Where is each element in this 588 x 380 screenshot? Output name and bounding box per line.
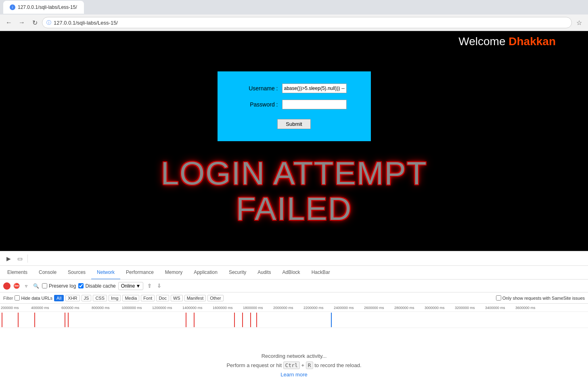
tl-label-16: 3400000 ms — [484, 306, 515, 310]
login-failed-message: LOGIN ATTEMPT FAILED — [161, 156, 427, 227]
devtools-panel: ▶ ▭ Elements Console Sources Network Per… — [0, 251, 588, 380]
disable-cache-label[interactable]: Disable cache — [78, 283, 115, 289]
network-main-area: Recording network activity... Perform a … — [0, 328, 588, 380]
tl-bar-9 — [242, 313, 243, 327]
welcome-username: Dhakkan — [508, 35, 556, 48]
preserve-log-checkbox[interactable] — [42, 283, 47, 288]
username-row: Username : — [234, 84, 355, 93]
throttle-chevron-icon: ▼ — [136, 283, 140, 289]
learn-more-link[interactable]: Learn more — [280, 372, 307, 378]
tl-label-2: 600000 ms — [61, 306, 91, 310]
devtools-icon-toolbar: ▶ ▭ — [0, 251, 588, 266]
login-failed-line2: FAILED — [161, 191, 427, 227]
tl-bar-5 — [68, 313, 69, 327]
welcome-label: Welcome — [458, 35, 505, 48]
back-button[interactable]: ← — [3, 17, 15, 28]
tab-security[interactable]: Security — [223, 266, 252, 280]
timeline-bars — [0, 312, 588, 328]
tl-bar-6 — [186, 313, 186, 327]
tl-label-6: 1400000 ms — [182, 306, 212, 310]
filter-doc-button[interactable]: Doc — [156, 295, 169, 301]
tab-sources[interactable]: Sources — [62, 266, 91, 280]
tl-bar-2 — [18, 313, 19, 327]
password-label: Password : — [242, 101, 278, 108]
tl-label-3: 800000 ms — [91, 306, 121, 310]
bookmark-button[interactable]: ☆ — [573, 17, 585, 28]
tab-bar: i 127.0.0.1/sqli-labs/Less-15/ — [0, 0, 588, 15]
disable-cache-checkbox[interactable] — [78, 283, 84, 288]
filter-other-button[interactable]: Other — [207, 295, 224, 301]
device-toolbar-button[interactable]: ▭ — [15, 253, 25, 264]
devtools-tabs: Elements Console Sources Network Perform… — [0, 266, 588, 280]
tab-hackbar[interactable]: HackBar — [306, 266, 336, 280]
browser-tab[interactable]: i 127.0.0.1/sqli-labs/Less-15/ — [3, 1, 84, 14]
welcome-area: Welcome Dhakkan — [458, 35, 556, 48]
hint-text: Perform a request or hit Ctrl + R to rec… — [226, 362, 361, 368]
username-input[interactable] — [282, 84, 347, 93]
tl-label-7: 1600000 ms — [212, 306, 242, 310]
filter-xhr-button[interactable]: XHR — [65, 295, 80, 301]
toolbar-separator — [27, 255, 28, 263]
forward-button[interactable]: → — [16, 17, 27, 28]
tl-label-12: 2600000 ms — [363, 306, 393, 310]
recording-text: Recording network activity... — [262, 353, 327, 359]
tab-audits[interactable]: Audits — [252, 266, 276, 280]
tl-label-0: 200000 ms — [0, 306, 30, 310]
tab-application[interactable]: Application — [188, 266, 223, 280]
reload-button[interactable]: ↻ — [29, 17, 40, 28]
submit-button[interactable]: Submit — [277, 119, 310, 129]
main-content: Welcome Dhakkan Username : Password : Su… — [0, 31, 588, 251]
tl-bar-4 — [65, 313, 65, 327]
tab-console[interactable]: Console — [33, 266, 62, 280]
filter-bar: Filter Hide data URLs All XHR JS CSS Img… — [0, 292, 588, 304]
address-bar[interactable]: ⓘ 127.0.0.1/sqli-labs/Less-15/ — [42, 17, 572, 28]
network-toolbar: ⛔ ▿ 🔍 Preserve log Disable cache Online … — [0, 280, 588, 292]
tab-performance[interactable]: Performance — [120, 266, 159, 280]
tl-label-14: 3000000 ms — [424, 306, 454, 310]
login-box: Username : Password : Submit — [218, 71, 371, 141]
filter-button[interactable]: ▿ — [23, 282, 30, 290]
tl-label-9: 2000000 ms — [272, 306, 303, 310]
tab-title: 127.0.0.1/sqli-labs/Less-15/ — [18, 4, 77, 10]
tl-label-5: 1200000 ms — [151, 306, 182, 310]
tl-label-4: 1000000 ms — [121, 306, 151, 310]
tl-label-10: 2200000 ms — [303, 306, 333, 310]
nav-bar: ← → ↻ ⓘ 127.0.0.1/sqli-labs/Less-15/ ☆ — [0, 15, 588, 31]
filter-ws-button[interactable]: WS — [171, 295, 183, 301]
password-input[interactable] — [282, 100, 347, 109]
tab-network[interactable]: Network — [91, 266, 120, 280]
filter-img-button[interactable]: Img — [109, 295, 121, 301]
export-button[interactable]: ⇩ — [155, 282, 163, 290]
filter-all-button[interactable]: All — [54, 295, 64, 301]
filter-js-button[interactable]: JS — [82, 295, 92, 301]
lock-icon: ⓘ — [46, 19, 51, 26]
preserve-log-label[interactable]: Preserve log — [42, 283, 76, 289]
filter-font-button[interactable]: Font — [141, 295, 155, 301]
tab-adblock[interactable]: AdBlock — [277, 266, 306, 280]
tl-bar-3 — [34, 313, 35, 327]
tl-label-15: 3200000 ms — [454, 306, 484, 310]
tl-bar-blue-1 — [331, 313, 332, 327]
import-button[interactable]: ⇧ — [146, 282, 153, 290]
filter-manifest-button[interactable]: Manifest — [184, 295, 206, 301]
filter-media-button[interactable]: Media — [122, 295, 139, 301]
search-button[interactable]: 🔍 — [32, 282, 40, 290]
samesite-label[interactable]: Only show requests with SameSite issues — [496, 295, 585, 301]
tl-label-8: 1800000 ms — [242, 306, 272, 310]
tab-memory[interactable]: Memory — [159, 266, 188, 280]
tl-bar-1 — [2, 313, 2, 327]
filter-css-button[interactable]: CSS — [93, 295, 107, 301]
hide-data-urls-checkbox[interactable] — [15, 295, 20, 301]
clear-button[interactable]: ⛔ — [13, 282, 20, 290]
inspect-element-button[interactable]: ▶ — [3, 253, 14, 264]
tl-bar-10 — [250, 313, 251, 327]
login-failed-line1: LOGIN ATTEMPT — [161, 156, 427, 191]
throttle-select[interactable]: Online ▼ — [118, 282, 144, 290]
username-label: Username : — [242, 85, 278, 92]
hide-data-urls-label[interactable]: Hide data URLs — [15, 295, 52, 301]
url-text: 127.0.0.1/sqli-labs/Less-15/ — [54, 20, 118, 26]
samesite-checkbox[interactable] — [496, 295, 501, 301]
tl-label-1: 400000 ms — [30, 306, 61, 310]
tab-elements[interactable]: Elements — [2, 266, 33, 280]
record-button[interactable] — [3, 282, 10, 290]
